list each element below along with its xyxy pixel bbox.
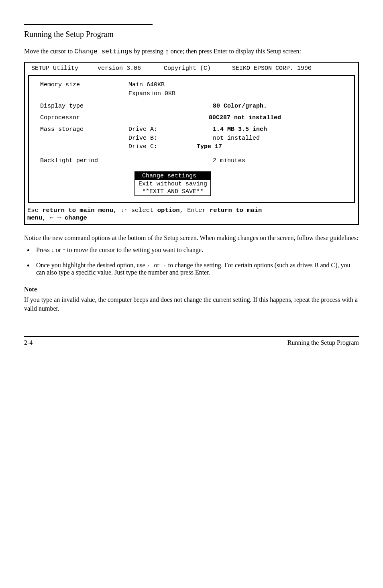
hint-comma: , [113, 207, 121, 214]
b1-p3: to move the cursor to the setting you wa… [65, 246, 203, 253]
hint-arrows: , ← → [42, 214, 65, 222]
hint-return1: return to main menu [42, 207, 113, 214]
note-text: If you type an invalid value, the comput… [24, 295, 359, 313]
menu-change-settings[interactable]: Change settings [135, 172, 210, 180]
hint-return2: return to main [210, 207, 262, 214]
guideline-list: Press ↓ or ↑ to move the cursor to the s… [24, 246, 359, 276]
right-arrow-icon: → [161, 262, 167, 269]
mass-drive-c-label: Drive C: [128, 143, 197, 150]
mass-drive-c-value[interactable]: Type 17 [197, 143, 222, 150]
intro-pre: Move the cursor to [24, 48, 74, 55]
display-label: Display type [40, 103, 128, 110]
b2-p1: Once you highlight the desired option, u… [36, 262, 147, 269]
screen-header: SETUP Utility version 3.06 Copyright (C)… [25, 63, 358, 73]
b1-p2: or [54, 246, 63, 253]
header-version: version 3.06 [98, 65, 164, 72]
intro-post: once; then press Enter to display this S… [169, 48, 301, 55]
b2-p2: or [153, 262, 161, 269]
memory-main: Main 640KB [128, 81, 197, 88]
list-item: Press ↓ or ↑ to move the cursor to the s… [34, 246, 359, 254]
intro-mid: by pressing [132, 48, 165, 55]
display-value[interactable]: 80 Color/graph. [213, 103, 267, 110]
footer-pageno: 2-4 [24, 339, 33, 346]
list-item: Once you highlight the desired option, u… [34, 262, 359, 276]
b1-p1: Press [36, 246, 51, 253]
down-arrow-icon: ↓ [51, 247, 54, 253]
memory-expansion: Expansion 0KB [128, 90, 197, 97]
header-copyright: Copyright (C) [164, 65, 224, 72]
note-heading: Note [24, 285, 359, 294]
coproc-label: Coprocessor [40, 114, 128, 121]
menu-exit-save[interactable]: **EXIT AND SAVE** [135, 188, 210, 195]
menu-exit-nosave[interactable]: Exit without saving [135, 180, 210, 188]
coproc-value[interactable]: 80C287 not installed [209, 114, 281, 121]
para-after-screen: Notice the new command options at the bo… [24, 234, 359, 242]
header-company: SEIKO EPSON CORP. 1990 [224, 65, 352, 72]
memory-label: Memory size [40, 81, 128, 88]
hint-option: option [157, 207, 180, 214]
hint-change: change [65, 214, 87, 222]
hint-enter: , Enter [180, 207, 210, 214]
footer-chapter: Running the Setup Program [287, 339, 359, 346]
left-arrow-icon: ← [147, 262, 153, 269]
main-menu: Change settings Exit without saving **EX… [134, 171, 211, 196]
down-arrow-icon: ↓ [121, 207, 124, 214]
hint-menu: menu [27, 214, 42, 222]
mass-label: Mass storage [40, 126, 128, 133]
backlight-label: Backlight period [40, 157, 128, 164]
intro-option: Change settings [74, 48, 132, 55]
hint-esc: Esc [27, 207, 42, 214]
hint-select: select [127, 207, 157, 214]
settings-frame: Memory size Main 640KB Expansion 0KB Dis… [28, 75, 355, 203]
backlight-value[interactable]: 2 minutes [213, 157, 245, 164]
mass-drive-b-label: Drive B: [128, 135, 197, 142]
setup-screen: SETUP Utility version 3.06 Copyright (C)… [24, 62, 359, 225]
mass-drive-b-value[interactable]: not installed [213, 135, 260, 142]
up-arrow-icon: ↑ [165, 46, 169, 57]
hint-bar: Esc return to main menu, ↓↑ select optio… [25, 204, 358, 224]
intro-paragraph: Move the cursor to Change settings by pr… [24, 46, 359, 57]
mass-drive-a-label: Drive A: [128, 126, 197, 133]
chapter-title: Running the Setup Program [24, 30, 359, 39]
mass-drive-a-value[interactable]: 1.4 MB 3.5 inch [213, 126, 267, 133]
header-utility: SETUP Utility [31, 65, 98, 72]
